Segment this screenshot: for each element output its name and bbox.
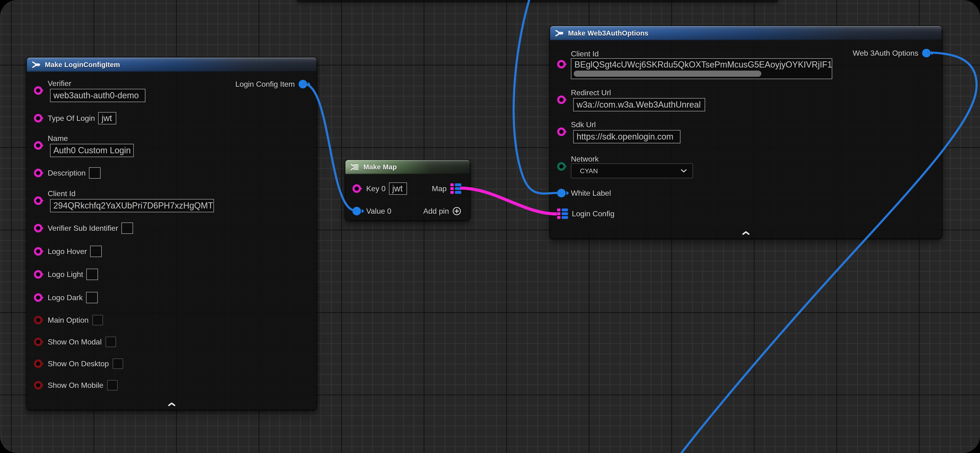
textbox-scrollbar[interactable] (574, 71, 761, 77)
node-header-make-map[interactable]: Make Map (345, 160, 470, 174)
pin-row-white-label: White Label (557, 188, 611, 198)
node-make-map[interactable]: Make Map Key 0 jwt Value 0 Map Add pin (345, 160, 470, 220)
input-pin-verifier-sub-identifier[interactable] (34, 224, 43, 233)
pin-label: Key 0 (366, 184, 386, 193)
pin-label: Show On Desktop (48, 359, 109, 368)
pin-row-show-on-mobile: Show On Mobile (34, 380, 118, 390)
input-pin-logo-light[interactable] (34, 270, 43, 279)
node-make-web3authoptions[interactable]: Make Web3AuthOptions Web 3Auth Options C… (549, 25, 942, 239)
client-id-text-field[interactable]: 294QRkchfq2YaXUbPri7D6PH7xzHgQMT (50, 199, 214, 212)
pin-label: Sdk Url (571, 120, 596, 129)
output-pin-label: Map (432, 184, 447, 193)
output-pin-label: Web 3Auth Options (853, 49, 918, 57)
pin-row-logo-hover: Logo Hover (34, 246, 102, 257)
logo-light-text-field[interactable] (86, 269, 98, 280)
input-pin-main-option[interactable] (34, 316, 43, 324)
node-header-make-web3authoptions[interactable]: Make Web3AuthOptions (550, 26, 942, 40)
pin-row-type-of-login: Type Of Login jwt (34, 112, 116, 124)
chevron-up-icon (167, 402, 176, 407)
redirect-url-text-field[interactable]: w3a://com.w3a.Web3AuthUnreal (573, 98, 705, 111)
input-pin-login-config[interactable] (557, 209, 568, 219)
input-pin-client-id[interactable] (34, 196, 43, 205)
logo-dark-text-field[interactable] (86, 292, 98, 303)
pin-label: Show On Modal (48, 337, 102, 346)
pin-label: Main Option (48, 315, 89, 325)
pin-label: Name (48, 134, 68, 143)
show-on-mobile-checkbox[interactable] (107, 380, 118, 390)
pin-label: Type Of Login (48, 114, 95, 123)
pin-row-redirect-url: Redirect Url w3a://com.w3a.Web3AuthUnrea… (557, 88, 705, 111)
input-pin-description[interactable] (34, 169, 43, 177)
pin-label: White Label (571, 188, 611, 198)
node-title: Make Map (363, 163, 397, 171)
description-text-field[interactable] (89, 167, 100, 179)
logo-hover-text-field[interactable] (90, 246, 102, 257)
verifier-sub-identifier-text-field[interactable] (121, 222, 133, 234)
pin-row-logo-dark: Logo Dark (34, 292, 98, 303)
chevron-down-icon (680, 169, 687, 173)
pin-label: Verifier (48, 79, 72, 88)
pin-row-login-config: Login Config (557, 209, 614, 219)
input-pin-logo-dark[interactable] (34, 293, 43, 302)
input-pin-logo-hover[interactable] (34, 247, 43, 256)
key-0-text-field[interactable]: jwt (389, 182, 407, 195)
client-id-text: BEglQSgt4cUWcj6SKRdu5QkOXTsePmMcusG5EAoy… (574, 60, 832, 70)
pin-label: Show On Mobile (48, 381, 103, 390)
node-title: Make LoginConfigItem (45, 61, 120, 69)
pin-row-value-0: Value 0 (352, 207, 391, 215)
pin-row-key-0: Key 0 jwt (352, 182, 407, 195)
main-option-checkbox[interactable] (92, 315, 103, 325)
node-header-make-loginconfigitem[interactable]: Make LoginConfigItem (27, 57, 317, 72)
blueprint-graph-editor: Make LoginConfigItem Login Config Item V… (0, 0, 980, 453)
input-pin-verifier[interactable] (34, 86, 43, 95)
sdk-url-text-field[interactable]: https://sdk.openlogin.com (573, 130, 681, 143)
verifier-text-field[interactable]: web3auth-auth0-demo (50, 89, 145, 102)
type-of-login-text-field[interactable]: jwt (98, 112, 116, 124)
pin-row-login-config-item: Login Config Item (235, 79, 307, 89)
input-pin-client-id[interactable] (557, 60, 566, 68)
make-struct-icon (32, 61, 41, 68)
pin-label: Client Id (571, 49, 599, 58)
pin-row-web3auth-options: Web 3Auth Options (853, 49, 931, 57)
input-pin-name[interactable] (34, 141, 43, 150)
pin-row-logo-light: Logo Light (34, 269, 98, 280)
node-make-loginconfigitem[interactable]: Make LoginConfigItem Login Config Item V… (26, 57, 317, 410)
pin-row-verifier: Verifier web3auth-auth0-demo (34, 79, 145, 102)
output-pin-map[interactable] (450, 184, 461, 194)
pin-row-show-on-modal: Show On Modal (34, 337, 116, 347)
top-overlay-shadow (296, 0, 778, 2)
input-pin-key-0[interactable] (352, 184, 361, 193)
pin-row-verifier-sub-identifier: Verifier Sub Identifier (34, 222, 133, 234)
pin-label: Network (571, 154, 599, 163)
pin-row-network: Network CYAN (557, 154, 693, 178)
show-on-desktop-checkbox[interactable] (113, 358, 123, 369)
network-select[interactable]: CYAN (571, 163, 693, 178)
pin-label: Redirect Url (571, 88, 611, 97)
add-pin-label: Add pin (423, 207, 449, 215)
name-text-field[interactable]: Auth0 Custom Login (50, 144, 134, 157)
pin-label: Description (48, 168, 86, 177)
show-on-modal-checkbox[interactable] (105, 337, 116, 347)
pin-row-name: Name Auth0 Custom Login (34, 134, 134, 157)
client-id-text-field[interactable]: BEglQSgt4cUWcj6SKRdu5QkOXTsePmMcusG5EAoy… (571, 58, 832, 79)
input-pin-show-on-mobile[interactable] (34, 381, 43, 390)
pin-row-client-id: Client Id BEglQSgt4cUWcj6SKRdu5QkOXTsePm… (557, 49, 832, 79)
pin-row-sdk-url: Sdk Url https://sdk.openlogin.com (557, 120, 681, 143)
pin-row-map: Map (432, 184, 461, 194)
input-pin-redirect-url[interactable] (557, 95, 566, 104)
input-pin-sdk-url[interactable] (557, 127, 566, 136)
input-pin-show-on-modal[interactable] (34, 337, 43, 346)
pin-label: Logo Dark (48, 293, 83, 302)
input-pin-type-of-login[interactable] (34, 114, 43, 122)
output-pin-label: Login Config Item (235, 79, 295, 89)
pin-row-main-option: Main Option (34, 315, 103, 325)
input-pin-show-on-desktop[interactable] (34, 360, 43, 368)
collapse-node-button[interactable] (741, 231, 750, 236)
input-pin-network[interactable] (557, 162, 566, 171)
pin-label: Logo Light (48, 270, 83, 279)
pin-row-description: Description (34, 167, 100, 179)
collapse-node-button[interactable] (167, 402, 176, 407)
chevron-up-icon (741, 231, 750, 236)
pin-label: Logo Hover (48, 247, 87, 256)
add-pin-button[interactable]: Add pin (423, 207, 461, 215)
